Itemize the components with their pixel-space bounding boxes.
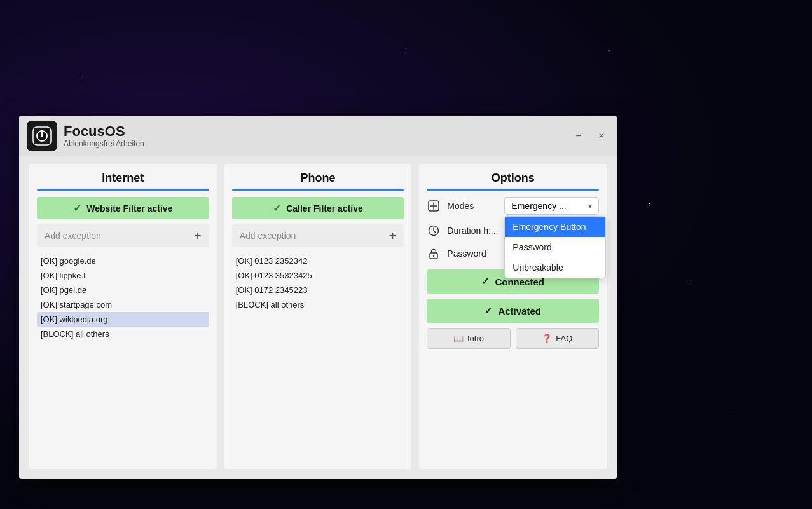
- list-item: [OK] google.de: [37, 254, 209, 268]
- app-subtitle: Ablenkungsfrei Arbeiten: [64, 139, 144, 148]
- internet-list: [OK] google.de [OK] lippke.li [OK] pgei.…: [37, 254, 209, 341]
- internet-panel-divider: [37, 189, 209, 191]
- list-item: [OK] 0172 2345223: [232, 283, 404, 297]
- logo-icon: [32, 126, 52, 146]
- phone-panel: Phone ✓ Caller Filter active Add excepti…: [224, 164, 412, 469]
- list-item: [OK] lippke.li: [37, 268, 209, 283]
- content-area: Internet ✓ Website Filter active Add exc…: [19, 156, 617, 479]
- dropdown-option-unbreakable[interactable]: Unbreakable: [505, 257, 605, 278]
- internet-panel-title: Internet: [37, 172, 209, 185]
- intro-button[interactable]: 📖 Intro: [427, 328, 510, 349]
- options-panel-divider: [427, 189, 599, 191]
- app-title-group: FocusOS Ablenkungsfrei Arbeiten: [64, 124, 144, 148]
- modes-selected-value: Emergency ...: [511, 201, 588, 211]
- password-icon: [427, 247, 441, 261]
- app-logo: [27, 121, 57, 151]
- modes-dropdown-popup: Emergency Button Password Unbreakable: [504, 216, 606, 278]
- duration-svg-icon: [428, 225, 439, 236]
- app-window: FocusOS Ablenkungsfrei Arbeiten − × Inte…: [19, 116, 617, 479]
- caller-filter-button[interactable]: ✓ Caller Filter active: [232, 197, 404, 219]
- list-item: [OK] startpage.com: [37, 297, 209, 312]
- app-title: FocusOS: [64, 124, 144, 139]
- phone-list: [OK] 0123 2352342 [OK] 0123 35323425 [OK…: [232, 254, 404, 312]
- list-item: [OK] 0123 35323425: [232, 268, 404, 283]
- list-item: [OK] pgei.de: [37, 283, 209, 297]
- faq-button[interactable]: ❓ FAQ: [516, 328, 599, 349]
- modes-label: Modes: [447, 201, 498, 211]
- website-filter-label: Website Filter active: [86, 203, 172, 214]
- dropdown-option-password[interactable]: Password: [505, 237, 605, 257]
- intro-label: Intro: [467, 334, 484, 343]
- modes-row: Modes Emergency ... ▾ Emergency Button P…: [427, 197, 599, 215]
- close-button[interactable]: ×: [594, 128, 609, 144]
- phone-add-exception-button[interactable]: +: [389, 229, 397, 242]
- minimize-button[interactable]: −: [571, 128, 586, 144]
- activated-button[interactable]: ✓ Activated: [427, 299, 599, 323]
- phone-add-exception-row[interactable]: Add exception +: [232, 224, 404, 247]
- duration-label: Duration h:...: [447, 226, 498, 236]
- faq-icon: ❓: [542, 334, 552, 343]
- phone-panel-title: Phone: [232, 172, 404, 185]
- options-panel: Options Modes Emergency ... ▾: [419, 164, 607, 469]
- internet-panel: Internet ✓ Website Filter active Add exc…: [29, 164, 217, 469]
- title-bar-controls: − ×: [571, 128, 609, 144]
- caller-filter-check-icon: ✓: [273, 202, 281, 214]
- dropdown-option-emergency-button[interactable]: Emergency Button: [505, 217, 605, 237]
- options-panel-title: Options: [427, 172, 599, 185]
- internet-add-exception-text: Add exception: [45, 231, 101, 241]
- bottom-row: 📖 Intro ❓ FAQ: [427, 328, 599, 349]
- intro-icon: 📖: [453, 334, 464, 343]
- faq-label: FAQ: [556, 334, 572, 343]
- activated-label: Activated: [498, 306, 541, 316]
- list-item: [BLOCK] all others: [232, 297, 404, 312]
- modes-svg-icon: [428, 200, 439, 212]
- website-filter-check-icon: ✓: [73, 202, 81, 214]
- caller-filter-label: Caller Filter active: [286, 203, 363, 214]
- internet-add-exception-row[interactable]: Add exception +: [37, 224, 209, 247]
- phone-add-exception-text: Add exception: [240, 231, 296, 241]
- svg-point-7: [433, 255, 434, 257]
- modes-dropdown-wrapper: Emergency ... ▾ Emergency Button Passwor…: [504, 197, 599, 215]
- title-bar: FocusOS Ablenkungsfrei Arbeiten − ×: [19, 116, 617, 156]
- svg-point-3: [41, 135, 43, 137]
- website-filter-button[interactable]: ✓ Website Filter active: [37, 197, 209, 219]
- connected-check-icon: ✓: [481, 276, 490, 287]
- lock-svg-icon: [428, 248, 439, 259]
- duration-icon: [427, 224, 441, 238]
- modes-chevron-icon: ▾: [588, 201, 592, 210]
- list-item: [OK] 0123 2352342: [232, 254, 404, 268]
- modes-icon: [427, 199, 441, 213]
- activated-check-icon: ✓: [485, 305, 493, 316]
- title-bar-left: FocusOS Ablenkungsfrei Arbeiten: [27, 121, 144, 151]
- password-label: Password: [447, 248, 498, 259]
- list-item: [BLOCK] all others: [37, 327, 209, 341]
- internet-add-exception-button[interactable]: +: [194, 229, 202, 242]
- phone-panel-divider: [232, 189, 404, 191]
- list-item-highlighted[interactable]: [OK] wikipedia.org: [37, 312, 209, 327]
- modes-dropdown-trigger[interactable]: Emergency ... ▾: [504, 197, 599, 215]
